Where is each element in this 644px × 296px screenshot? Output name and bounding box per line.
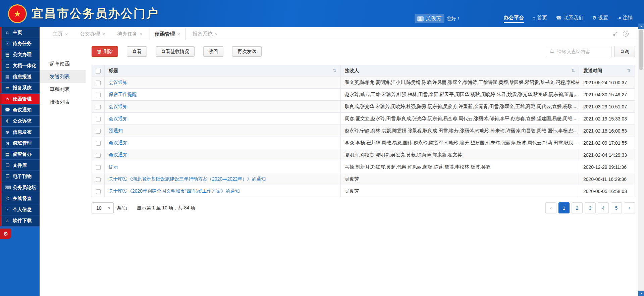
tab-home[interactable]: 主页 × [48,28,73,40]
submenu-item-draft-list[interactable]: 草稿列表 [40,83,86,96]
tab-todo-tasks[interactable]: 待办任务 × [112,28,147,40]
scrollbar-thumb[interactable] [639,30,643,70]
sidebar-item-label: 督查督办 [13,151,32,157]
submenu-item-sent-list[interactable]: 发送列表 [40,70,86,83]
close-icon[interactable]: × [177,32,180,37]
memo-title-link[interactable]: 会议通知 [109,104,127,109]
sidebar-item-info-publish[interactable]: ⊕ 信息发布 [0,127,40,138]
search-input[interactable] [557,49,608,54]
nav-item-home[interactable]: ⌂ 首页 [533,15,547,23]
nav-label: 设置 [598,15,608,21]
prev-page-button[interactable]: ‹ [545,202,556,213]
close-icon[interactable]: × [140,32,142,37]
sidebar-item-todo-tasks[interactable]: ☑ 待办任务 [0,38,40,49]
memo-title-link[interactable]: 关于印发《2020年创建全国文明城市“四连冠”工作方案》的通知 [109,188,239,194]
tab-document-handling[interactable]: 公文办理 × [75,28,110,40]
sidebar-item-memo-management[interactable]: ✉ 便函管理 [0,94,40,105]
memo-title-link[interactable]: 会议通知 [109,152,127,157]
nav-label: 办公平台 [504,15,524,21]
row-checkbox[interactable] [96,165,101,170]
row-checkbox[interactable] [96,189,101,194]
close-icon[interactable]: × [65,32,68,37]
sidebar-item-label: 软件下载 [13,218,32,224]
column-header-title[interactable]: 标题 ⇅ [105,65,341,77]
page-button-2[interactable]: 2 [572,202,583,213]
sort-icon[interactable]: ⇅ [627,68,631,73]
row-checkbox[interactable] [96,93,101,97]
sidebar-item-document-handling[interactable]: ▤ 公文办理 [0,49,40,60]
memo-title-link[interactable]: 预通知 [109,128,123,133]
expand-icon[interactable] [613,31,618,36]
recipients-cell: 周彦,夏文立,赵永玲,田雪,耿良成,张光华,阮东莉,易金蓉,周代云,张丽萍,邹莉… [341,113,579,125]
memo-title-link[interactable]: 会议通知 [109,116,127,121]
gear-icon: ⚙ [3,231,8,237]
memo-title-link[interactable]: 会议通知 [109,80,127,85]
scroll-up-button[interactable]: ▲ [638,23,644,29]
column-header-recipients[interactable]: 接收人 ⇅ [341,65,579,77]
submenu-item-draft-memo[interactable]: 起草便函 [40,57,86,70]
sidebar-item-civil-servant-forum[interactable]: ⌨ 公务员论坛 [0,182,40,193]
tab-memo-management[interactable]: 便函管理 × [150,28,185,40]
resend-button[interactable]: 再次发送 [232,46,262,57]
sidebar-settings-gear[interactable]: ⚙ [0,229,11,239]
user-badge: 吴俊芳 [415,14,444,23]
scrollbar[interactable]: ▲ ▼ [638,23,644,296]
page-size-select[interactable]: 10 ∨ [92,202,114,213]
sidebar-item-file-library[interactable]: ❏ 文件库 [0,160,40,171]
user-avatar-icon [417,16,424,21]
sidebar-item-info-submission[interactable]: ▤ 信息报送 [0,71,40,83]
select-all-checkbox[interactable] [96,69,101,73]
sidebar-item-online-inspection[interactable]: € 在线督查 [0,193,40,204]
nav-label: 联系我们 [564,15,584,21]
nav-item-office-platform[interactable]: 办公平台 [504,15,524,23]
tab-report-system[interactable]: 报备系统 × [187,28,223,40]
page-button-3[interactable]: 3 [585,202,596,213]
nav-item-logout[interactable]: ⇥ 注销 [617,15,633,23]
row-checkbox[interactable] [96,177,101,182]
recall-button[interactable]: 收回 [203,46,223,57]
page-button-5[interactable]: 5 [611,202,622,213]
row-checkbox[interactable] [96,129,101,134]
sidebar-item-home[interactable]: ⌂ 主页 [0,27,40,38]
row-checkbox[interactable] [96,105,101,109]
sidebar-item-report-system[interactable]: ▭ 报备系统 [0,83,40,94]
row-checkbox[interactable] [96,117,101,121]
column-header-send-time[interactable]: 发送时间 ⇅ [579,65,635,77]
close-icon[interactable]: × [102,32,105,37]
sidebar-item-document-integration[interactable]: ▢ 文档一体化 [0,60,40,71]
view-button[interactable]: 查看 [127,46,147,57]
sidebar-item-supervision[interactable]: ▤ 督查督办 [0,149,40,160]
nav-item-contact-us[interactable]: ☎ 联系我们 [556,15,583,23]
row-checkbox[interactable] [96,141,101,146]
sidebar-item-meeting-notice[interactable]: ☎ 会议通知 [0,105,40,116]
sort-icon[interactable]: ⇅ [333,68,336,73]
sidebar-item-e-publications[interactable]: ❐ 电子刊物 [0,171,40,182]
row-checkbox[interactable] [96,153,101,158]
next-page-button[interactable]: › [624,202,635,213]
memo-title-link[interactable]: 提示 [109,164,118,169]
search-button[interactable]: 查询 [614,46,635,57]
nav-item-settings[interactable]: ⚙ 设置 [592,15,608,23]
scroll-down-button[interactable]: ▼ [638,291,644,296]
memo-title-link[interactable]: 保密工作提醒 [109,92,137,97]
tab-label: 报备系统 [193,31,213,37]
table-row: 关于印发《湖北省新基础设施建设三年行动方案（2020—2022年）》的通知 吴俊… [92,173,635,185]
sidebar-item-software-download[interactable]: ⇩ 软件下载 [0,215,40,227]
page-button-1[interactable]: 1 [558,202,570,213]
row-checkbox[interactable] [96,81,101,85]
view-receipt-button[interactable]: 查看签收情况 [156,46,195,57]
sidebar-item-duty-management[interactable]: ◷ 值班管理 [0,138,40,149]
table-row: 提示 马操,刘新月,郑红霞,黄超,代冉,许凤丽,蔺杨,陈蓬,詹博,李松林,杨波,… [92,161,635,173]
memo-title-link[interactable]: 会议通知 [109,140,127,145]
sidebar-item-personal-info[interactable]: ☑ 个人信息 [0,204,40,215]
close-icon[interactable]: × [215,32,218,37]
sort-icon[interactable]: ⇅ [571,68,575,73]
page-button-4[interactable]: 4 [598,202,609,213]
memo-title-link[interactable]: 关于印发《湖北省新基础设施建设三年行动方案（2020—2022年）》的通知 [109,176,266,182]
globe-icon: ⊕ [5,130,10,135]
submenu-item-received-list[interactable]: 接收列表 [40,96,86,108]
help-icon[interactable]: ? [623,31,629,37]
sidebar-item-public-appeal[interactable]: € 公众诉求 [0,116,40,127]
delete-button[interactable]: 删除 [92,46,118,57]
send-time-cell: 2021-02-18 16:00:53 [579,125,635,137]
